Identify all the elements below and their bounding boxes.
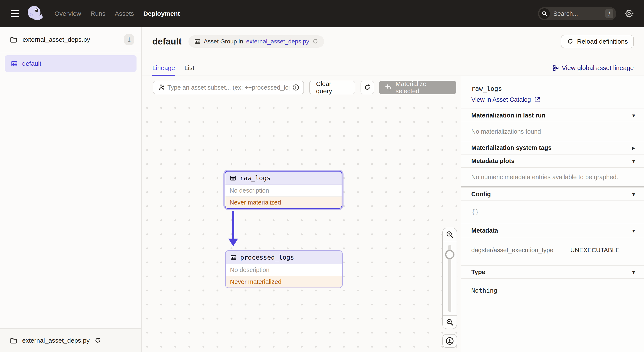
search-input[interactable]: Search... / bbox=[538, 7, 616, 20]
sidebar-group-label: default bbox=[22, 60, 41, 67]
asset-node-header: raw_logs bbox=[225, 172, 342, 185]
refresh-graph-button[interactable] bbox=[360, 81, 374, 94]
view-in-asset-catalog-label: View in Asset Catalog bbox=[471, 96, 531, 103]
sidebar-code-location-label: external_asset_deps.py bbox=[22, 36, 119, 43]
tab-list[interactable]: List bbox=[184, 60, 194, 75]
menu-icon[interactable] bbox=[11, 10, 19, 17]
metadata-key: dagster/asset_execution_type bbox=[471, 247, 570, 254]
search-icon bbox=[539, 8, 550, 19]
section-label: Materialization system tags bbox=[471, 144, 552, 151]
top-nav-right: Search... / bbox=[538, 7, 635, 20]
view-in-asset-catalog-link[interactable]: View in Asset Catalog bbox=[471, 96, 540, 103]
asset-node-header: processed_logs bbox=[226, 251, 342, 264]
lineage-graph-icon bbox=[552, 65, 559, 71]
reload-definitions-button[interactable]: Reload definitions bbox=[561, 35, 634, 48]
section-config[interactable]: Config ▾ bbox=[461, 187, 644, 200]
sidebar-item-default-group[interactable]: default bbox=[5, 55, 136, 72]
section-label: Metadata bbox=[471, 227, 498, 234]
asset-node-processed-logs[interactable]: processed_logs No description Never mate… bbox=[225, 250, 343, 288]
section-metadata[interactable]: Metadata ▾ bbox=[461, 224, 644, 237]
refresh-icon bbox=[567, 38, 574, 45]
section-materialization-last-run[interactable]: Materialization in last run ▾ bbox=[461, 108, 644, 122]
breadcrumb: Asset Group in external_asset_deps.py bbox=[188, 35, 324, 48]
materialize-selected-button[interactable]: Materialize selected bbox=[379, 81, 456, 94]
lineage-edge bbox=[232, 211, 234, 239]
search-placeholder: Search... bbox=[553, 10, 605, 17]
tabs-bar: Lineage List View global asset lineage bbox=[152, 60, 634, 75]
view-global-asset-lineage-link[interactable]: View global asset lineage bbox=[552, 64, 634, 71]
asset-detail-panel: raw_logs View in Asset Catalog Materiali… bbox=[461, 76, 644, 352]
info-icon[interactable] bbox=[292, 84, 299, 91]
nav-item-runs[interactable]: Runs bbox=[90, 10, 106, 17]
clear-query-button[interactable]: Clear query bbox=[309, 81, 355, 94]
asset-node-raw-logs[interactable]: raw_logs No description Never materializ… bbox=[225, 171, 342, 209]
asset-subset-input[interactable] bbox=[168, 84, 290, 91]
page-header: default Asset Group in external_asset_de… bbox=[142, 27, 644, 76]
caret-down-icon: ▾ bbox=[632, 158, 635, 164]
tab-lineage[interactable]: Lineage bbox=[152, 60, 175, 75]
nav-item-overview[interactable]: Overview bbox=[54, 10, 81, 17]
asset-name: processed_logs bbox=[240, 254, 294, 261]
zoom-out-button[interactable] bbox=[443, 315, 456, 329]
asset-group-icon bbox=[194, 38, 201, 45]
top-nav: Overview Runs Assets Deployment Search..… bbox=[0, 0, 644, 27]
nav-links: Overview Runs Assets Deployment bbox=[54, 10, 180, 17]
zoom-slider-handle[interactable] bbox=[445, 250, 454, 259]
asset-graph-canvas[interactable]: Clear query Materialize selected bbox=[142, 76, 461, 352]
page-title: default bbox=[152, 36, 182, 47]
metadata-plots-empty-message: No numeric metadata entries available to… bbox=[461, 167, 644, 186]
caret-down-icon: ▾ bbox=[632, 227, 635, 234]
main-area: default Asset Group in external_asset_de… bbox=[142, 27, 644, 352]
breadcrumb-code-location-link[interactable]: external_asset_deps.py bbox=[246, 38, 309, 45]
reload-location-icon[interactable] bbox=[94, 337, 101, 344]
folder-icon bbox=[10, 337, 18, 344]
section-materialization-system-tags[interactable]: Materialization system tags ▸ bbox=[461, 141, 644, 154]
asset-status-badge: Never materialized bbox=[226, 276, 342, 288]
asset-subset-query-box[interactable] bbox=[153, 81, 304, 94]
asset-detail-header: raw_logs View in Asset Catalog bbox=[461, 76, 644, 108]
graph-toolbar: Clear query Materialize selected bbox=[142, 76, 461, 99]
type-value: Nothing bbox=[461, 278, 644, 302]
sidebar-footer-label: external_asset_deps.py bbox=[22, 337, 90, 344]
zoom-in-button[interactable] bbox=[443, 228, 456, 241]
metadata-value: UNEXECUTABLE bbox=[570, 247, 620, 254]
zoom-controls bbox=[442, 228, 457, 329]
lineage-edge-arrowhead bbox=[228, 239, 238, 246]
reload-icon[interactable] bbox=[312, 38, 318, 45]
section-label: Type bbox=[471, 269, 485, 276]
metadata-row: dagster/asset_execution_type UNEXECUTABL… bbox=[461, 237, 644, 265]
table-icon bbox=[230, 254, 237, 261]
gear-icon[interactable] bbox=[624, 9, 634, 18]
section-label: Materialization in last run bbox=[471, 112, 546, 119]
external-link-icon bbox=[534, 97, 540, 103]
breadcrumb-text: Asset Group in bbox=[204, 38, 243, 45]
section-type[interactable]: Type ▾ bbox=[461, 265, 644, 278]
code-location-sidebar: external_asset_deps.py 1 default bbox=[0, 27, 142, 352]
asset-group-count-badge: 1 bbox=[124, 34, 134, 45]
folder-icon bbox=[10, 36, 18, 43]
nav-item-assets[interactable]: Assets bbox=[115, 10, 134, 17]
op-selector-icon bbox=[158, 84, 164, 91]
config-value: {} bbox=[461, 200, 644, 224]
section-label: Config bbox=[471, 191, 491, 198]
recenter-graph-button[interactable] bbox=[442, 334, 457, 348]
dagster-logo-icon[interactable] bbox=[26, 5, 44, 22]
sidebar-footer: external_asset_deps.py bbox=[0, 328, 141, 352]
section-metadata-plots[interactable]: Metadata plots ▾ bbox=[461, 154, 644, 167]
last-run-empty-message: No materializations found bbox=[461, 122, 644, 141]
caret-down-icon: ▾ bbox=[632, 191, 635, 198]
asset-detail-title: raw_logs bbox=[471, 85, 634, 92]
section-label: Metadata plots bbox=[471, 157, 514, 164]
search-shortcut-badge: / bbox=[605, 9, 613, 18]
sidebar-item-code-location[interactable]: external_asset_deps.py 1 bbox=[0, 27, 141, 52]
caret-right-icon: ▸ bbox=[632, 144, 635, 151]
asset-group-icon bbox=[11, 60, 18, 67]
asset-description: No description bbox=[225, 185, 342, 197]
table-icon bbox=[230, 175, 236, 182]
asset-status-badge: Never materialized bbox=[225, 197, 342, 208]
zoom-slider bbox=[443, 241, 456, 315]
caret-down-icon: ▾ bbox=[632, 269, 635, 275]
asset-name: raw_logs bbox=[240, 174, 271, 182]
nav-item-deployment[interactable]: Deployment bbox=[143, 10, 180, 17]
view-global-asset-lineage-label: View global asset lineage bbox=[562, 64, 634, 71]
